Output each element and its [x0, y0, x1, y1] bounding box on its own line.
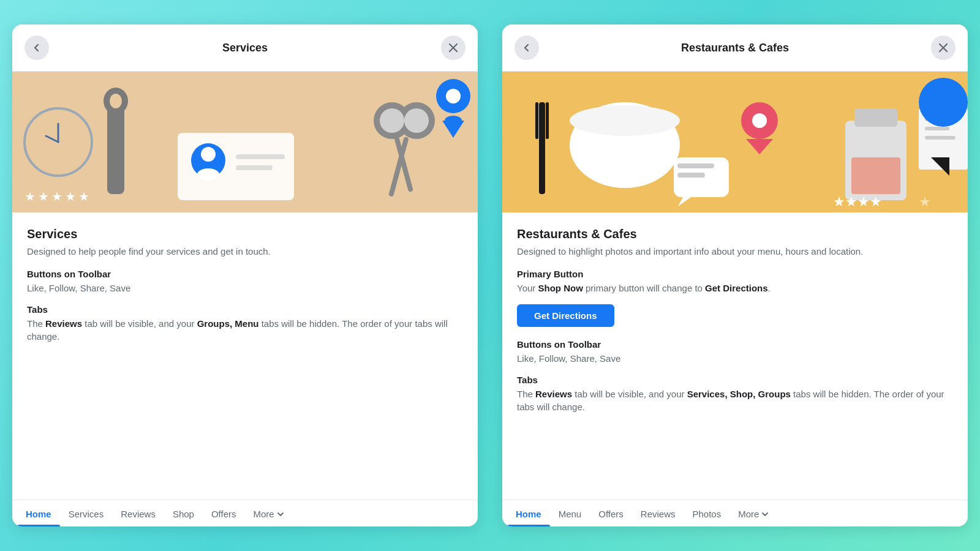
get-directions-button[interactable]: Get Directions	[517, 304, 614, 327]
restaurants-tab-home[interactable]: Home	[507, 500, 550, 527]
svg-point-10	[201, 147, 216, 162]
restaurants-header: Restaurants & Cafes	[502, 24, 968, 72]
svg-rect-56	[851, 157, 900, 194]
restaurants-tab-menu[interactable]: Menu	[550, 500, 590, 527]
chevron-down-icon	[277, 511, 284, 518]
svg-rect-60	[925, 136, 956, 140]
services-tab-offers[interactable]: Offers	[203, 500, 245, 527]
restaurants-primary-btn-title: Primary Button	[517, 269, 953, 279]
services-tab-more[interactable]: More	[245, 500, 293, 527]
restaurants-hero-image: ★★★★ ★	[502, 72, 968, 212]
services-tabs-bar: Home Services Reviews Shop Offers More	[12, 500, 478, 527]
services-body: Services Designed to help people find yo…	[12, 212, 478, 495]
svg-point-33	[380, 108, 404, 133]
restaurants-close-button[interactable]	[931, 36, 956, 60]
services-header: Services	[12, 24, 478, 72]
svg-point-53	[752, 113, 767, 128]
svg-rect-44	[546, 102, 549, 139]
services-tab-shop[interactable]: Shop	[164, 500, 203, 527]
restaurants-tab-reviews[interactable]: Reviews	[632, 500, 684, 527]
restaurants-toolbar-title: Buttons on Toolbar	[517, 339, 953, 350]
chevron-down-icon	[761, 511, 769, 518]
services-tabs-desc: The Reviews tab will be visible, and you…	[27, 317, 463, 343]
restaurants-tab-offers[interactable]: Offers	[590, 500, 632, 527]
svg-point-34	[404, 108, 429, 133]
svg-rect-55	[854, 108, 897, 127]
services-toolbar-desc: Like, Follow, Share, Save	[27, 282, 463, 294]
services-hero-image: ★ ★ ★ ★ ★	[12, 72, 478, 212]
restaurants-section-desc: Designed to highlight photos and importa…	[517, 245, 953, 258]
svg-text:★: ★	[919, 194, 931, 209]
svg-point-7	[110, 94, 122, 108]
restaurants-tab-more[interactable]: More	[729, 500, 777, 527]
restaurants-title: Restaurants & Cafes	[681, 42, 789, 54]
restaurants-tab-photos[interactable]: Photos	[684, 500, 729, 527]
svg-rect-49	[677, 173, 705, 178]
services-close-button[interactable]	[441, 36, 466, 60]
restaurants-section-title: Restaurants & Cafes	[517, 227, 953, 241]
restaurants-tabs-desc: The Reviews tab will be visible, and you…	[517, 388, 953, 413]
svg-rect-13	[236, 165, 273, 170]
svg-point-40	[446, 89, 461, 103]
services-toolbar-title: Buttons on Toolbar	[27, 269, 463, 279]
restaurants-tabs-title: Tabs	[517, 375, 953, 385]
restaurants-toolbar-desc: Like, Follow, Share, Save	[517, 352, 953, 365]
services-tab-reviews[interactable]: Reviews	[112, 500, 164, 527]
services-title: Services	[222, 42, 268, 54]
services-stars: ★ ★ ★ ★ ★	[24, 189, 89, 204]
svg-rect-12	[236, 154, 285, 159]
svg-rect-42	[539, 102, 545, 194]
svg-rect-43	[535, 102, 538, 139]
restaurants-back-button[interactable]	[514, 36, 539, 60]
svg-text:★★★★: ★★★★	[833, 194, 882, 209]
services-tab-services[interactable]: Services	[60, 500, 113, 527]
services-back-button[interactable]	[24, 36, 49, 60]
services-tab-home[interactable]: Home	[17, 500, 60, 527]
services-panel: Services	[12, 24, 478, 527]
services-tabs-title: Tabs	[27, 304, 463, 315]
svg-point-64	[919, 78, 968, 127]
restaurants-primary-btn-desc: Your Shop Now primary button will change…	[517, 282, 953, 294]
restaurants-panel: Restaurants & Cafes	[502, 24, 968, 527]
services-section-title: Services	[27, 227, 463, 241]
svg-point-11	[197, 168, 219, 181]
svg-point-46	[570, 105, 680, 136]
svg-rect-48	[677, 163, 714, 168]
services-section-desc: Designed to help people find your servic…	[27, 245, 463, 258]
restaurants-tabs-bar: Home Menu Offers Reviews Photos More	[502, 500, 968, 527]
svg-rect-59	[925, 127, 949, 130]
restaurants-body: Restaurants & Cafes Designed to highligh…	[502, 212, 968, 495]
